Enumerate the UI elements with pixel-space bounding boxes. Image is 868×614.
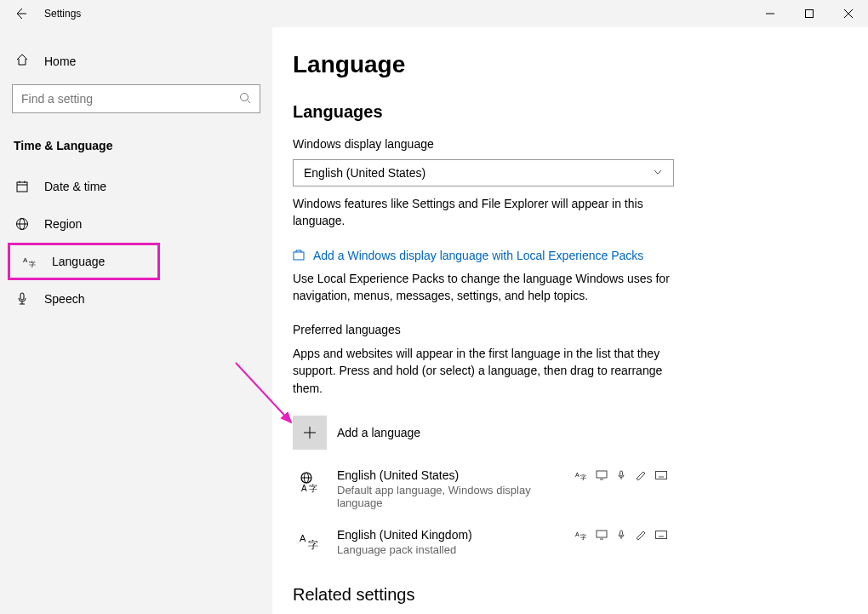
svg-point-4 (241, 93, 248, 100)
display-language-label: Windows display language (293, 137, 839, 151)
microphone-icon (15, 292, 29, 306)
sidebar-item-label: Language (52, 255, 105, 268)
search-box[interactable] (12, 84, 260, 113)
svg-text:A: A (301, 484, 307, 493)
language-char-icon: A 字 (293, 528, 327, 554)
maximize-button[interactable] (790, 0, 829, 27)
minimize-button[interactable] (751, 0, 790, 27)
calendar-icon (15, 180, 29, 193)
window-title: Settings (41, 8, 81, 20)
sidebar-item-language[interactable]: A字 Language (8, 243, 160, 280)
preferred-languages-label: Preferred languages (293, 323, 839, 336)
search-input[interactable] (21, 92, 239, 106)
lep-description: Use Local Experience Packs to change the… (293, 270, 676, 305)
close-button[interactable] (829, 0, 868, 27)
add-display-language-link[interactable]: Add a Windows display language with Loca… (313, 249, 643, 262)
display-language-value: English (United States) (304, 166, 425, 180)
main-content: Language Languages Windows display langu… (272, 27, 868, 614)
svg-rect-30 (620, 471, 623, 476)
display-language-select[interactable]: English (United States) (293, 159, 674, 186)
home-nav[interactable]: Home (0, 44, 272, 77)
preferred-languages-description: Apps and websites will appear in the fir… (293, 345, 676, 397)
svg-rect-18 (294, 252, 304, 260)
svg-line-5 (248, 100, 251, 103)
section-heading-languages: Languages (293, 102, 839, 122)
svg-text:A: A (300, 533, 306, 543)
svg-text:A: A (575, 472, 580, 478)
svg-text:字: 字 (580, 474, 586, 480)
svg-rect-41 (597, 531, 607, 537)
store-icon (293, 249, 305, 263)
home-label: Home (44, 55, 76, 68)
display-icon (596, 470, 608, 483)
sidebar-item-label: Date & time (44, 180, 106, 193)
chevron-down-icon (653, 167, 663, 179)
speech-icon (616, 470, 626, 483)
language-globe-icon: A 字 (293, 468, 327, 494)
handwriting-icon (635, 530, 647, 542)
sidebar-item-speech[interactable]: Speech (0, 280, 272, 318)
handwriting-icon (635, 470, 647, 483)
svg-rect-6 (17, 182, 27, 192)
language-feature-badges: A字 (575, 528, 667, 542)
svg-text:字: 字 (309, 484, 317, 493)
category-heading: Time & Language (0, 130, 272, 168)
svg-text:字: 字 (580, 534, 586, 540)
svg-rect-32 (656, 472, 667, 479)
language-subtitle: Default app language, Windows display la… (337, 484, 565, 509)
language-feature-badges: A字 (575, 468, 667, 483)
svg-text:A: A (575, 531, 580, 537)
svg-rect-1 (806, 10, 814, 18)
text-to-speech-icon: A字 (575, 470, 587, 483)
display-icon (596, 530, 608, 542)
speech-icon (616, 530, 626, 542)
titlebar: Settings (0, 0, 868, 27)
language-item[interactable]: A 字 English (United States) Default app … (293, 462, 667, 521)
add-language-label: Add a language (337, 426, 420, 439)
svg-rect-28 (597, 471, 607, 478)
related-settings-heading: Related settings (293, 585, 839, 605)
page-title: Language (293, 51, 839, 78)
sidebar: Home Time & Language Date & time Region … (0, 27, 272, 614)
sidebar-item-label: Speech (44, 292, 84, 306)
sidebar-item-region[interactable]: Region (0, 205, 272, 243)
svg-rect-15 (20, 293, 24, 300)
home-icon (15, 53, 29, 69)
text-to-speech-icon: A字 (575, 530, 587, 542)
language-name: English (United Kingdom) (337, 528, 565, 542)
svg-text:字: 字 (29, 261, 36, 268)
sidebar-item-label: Region (44, 217, 82, 231)
svg-text:字: 字 (308, 539, 318, 551)
svg-rect-43 (620, 531, 623, 536)
keyboard-icon (655, 470, 667, 483)
globe-icon (15, 217, 29, 231)
plus-icon (293, 416, 327, 450)
svg-rect-45 (656, 531, 667, 539)
sidebar-item-date-time[interactable]: Date & time (0, 168, 272, 205)
keyboard-icon (655, 530, 667, 542)
language-item[interactable]: A 字 English (United Kingdom) Language pa… (293, 521, 667, 568)
display-language-description: Windows features like Settings and File … (293, 195, 676, 230)
back-button[interactable] (0, 7, 41, 20)
svg-text:A: A (23, 256, 28, 264)
language-icon: A字 (23, 255, 37, 268)
add-language-button[interactable]: Add a language (293, 416, 839, 450)
search-icon (239, 92, 251, 106)
language-name: English (United States) (337, 468, 565, 482)
language-subtitle: Language pack installed (337, 543, 565, 556)
